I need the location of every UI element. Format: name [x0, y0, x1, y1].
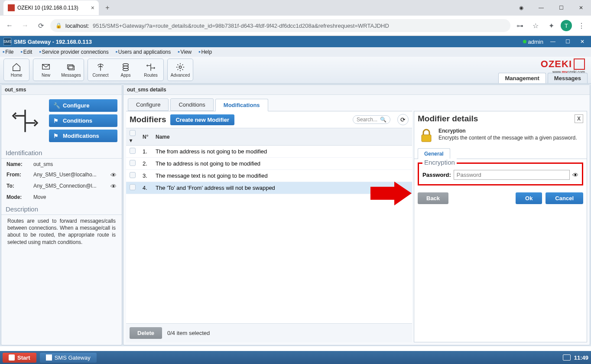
- password-input[interactable]: [454, 170, 570, 180]
- search-input[interactable]: Search... 🔍: [353, 115, 390, 124]
- create-modifier-button[interactable]: Create new Modifier: [170, 114, 234, 125]
- tab-modifications[interactable]: Modifications: [215, 99, 268, 111]
- left-panel: out_sms 🔧Configure ⚑Conditions ⚑Modifica…: [1, 84, 122, 345]
- browser-toolbar: ← → ⟳ 🔒 localhost:9515/SMS+Gateway/?a=ro…: [0, 16, 591, 36]
- logo: OZEKI www.myozeki.com: [541, 58, 588, 74]
- description-text: Routes are used to forward messages/call…: [1, 215, 122, 248]
- ok-button[interactable]: Ok: [516, 192, 542, 204]
- menu-icon[interactable]: ⋮: [575, 20, 588, 32]
- app-icon: SMS: [3, 38, 11, 46]
- tab-configure[interactable]: Configure: [128, 98, 169, 111]
- star-icon[interactable]: ☆: [529, 20, 542, 32]
- conditions-button[interactable]: ⚑Conditions: [49, 114, 117, 127]
- eye-icon[interactable]: 👁: [106, 170, 121, 180]
- tab-conditions[interactable]: Conditions: [170, 98, 213, 111]
- right-panel: out_sms details Configure Conditions Mod…: [123, 84, 590, 345]
- table-row[interactable]: 1.The from address is not going to be mo…: [126, 146, 412, 158]
- cancel-button[interactable]: Cancel: [546, 192, 583, 204]
- routes-button[interactable]: Routes: [139, 60, 162, 80]
- password-label: Password:: [422, 172, 451, 178]
- toolbar: Home New Messages Connect Apps Routes Ad…: [0, 57, 591, 84]
- row-checkbox[interactable]: [130, 172, 136, 178]
- tab-management[interactable]: Management: [498, 73, 546, 83]
- configure-button[interactable]: 🔧Configure: [49, 99, 117, 112]
- identification-heading: Identification: [1, 146, 122, 159]
- favicon-icon: [8, 4, 15, 11]
- messages-button[interactable]: Messages: [59, 60, 83, 80]
- tab-close-icon[interactable]: ×: [91, 4, 94, 11]
- user-name[interactable]: admin: [528, 39, 543, 45]
- menubar: File Edit Service provider connections U…: [0, 47, 591, 57]
- lock-icon: [419, 128, 434, 143]
- reload-button[interactable]: ⟳: [35, 20, 47, 32]
- connect-button[interactable]: Connect: [89, 60, 112, 80]
- eye-icon[interactable]: 👁: [106, 181, 121, 192]
- svg-rect-5: [422, 135, 431, 142]
- status-dot-icon: [523, 40, 526, 43]
- main-area: out_sms 🔧Configure ⚑Conditions ⚑Modifica…: [0, 84, 591, 346]
- tab-messages[interactable]: Messages: [548, 73, 588, 83]
- identification-table: Name:out_sms From:Any_SMS_User@localho..…: [1, 159, 122, 203]
- new-tab-button[interactable]: +: [101, 2, 114, 14]
- modifiers-heading: Modifiers: [130, 115, 166, 124]
- start-button[interactable]: Start: [3, 353, 36, 363]
- menu-service-provider[interactable]: Service provider connections: [39, 49, 108, 55]
- app-maximize-button[interactable]: ☐: [562, 38, 573, 46]
- selection-count: 0/4 item selected: [167, 330, 210, 336]
- modifier-detail-pane: Modifier details X Encryption Encrypts t…: [414, 111, 587, 342]
- home-button[interactable]: Home: [5, 60, 28, 80]
- refresh-button[interactable]: ⟳: [397, 114, 409, 125]
- minimize-button[interactable]: —: [531, 1, 551, 15]
- app-close-button[interactable]: ✕: [577, 38, 588, 46]
- key-icon[interactable]: ⊶: [514, 20, 526, 32]
- show-password-icon[interactable]: 👁: [572, 172, 578, 179]
- modifier-list-pane: Modifiers Create new Modifier Search... …: [126, 111, 412, 342]
- app-minimize-button[interactable]: —: [548, 38, 558, 46]
- menu-view[interactable]: View: [178, 49, 192, 55]
- lock-icon: 🔒: [55, 23, 62, 29]
- svg-point-4: [179, 66, 182, 68]
- top-tabs: Management Messages: [497, 73, 588, 83]
- address-bar[interactable]: 🔒 localhost:9515/SMS+Gateway/?a=route_de…: [50, 19, 510, 32]
- left-panel-title: out_sms: [1, 85, 122, 95]
- table-row[interactable]: 3.The message text is not going to be mo…: [126, 170, 412, 182]
- app-header: SMS SMS Gateway - 192.168.0.113 admin — …: [0, 36, 591, 47]
- profile-avatar[interactable]: T: [561, 20, 572, 31]
- new-button[interactable]: New: [34, 60, 58, 80]
- browser-tab[interactable]: OZEKI 10 (192.168.0.113) ×: [3, 0, 99, 15]
- delete-button[interactable]: Delete: [130, 327, 162, 339]
- detail-title: Modifier details: [418, 114, 478, 124]
- table-row[interactable]: 2.The to address is not going to be modi…: [126, 158, 412, 170]
- close-window-button[interactable]: ✕: [571, 1, 591, 15]
- back-button[interactable]: ←: [3, 20, 16, 32]
- url-host: localhost:: [65, 23, 89, 29]
- keyboard-icon[interactable]: [563, 354, 571, 361]
- maximize-button[interactable]: ☐: [551, 1, 571, 15]
- apps-button[interactable]: Apps: [114, 60, 137, 80]
- forward-button[interactable]: →: [19, 20, 31, 32]
- modifications-button[interactable]: ⚑Modifications: [49, 130, 117, 142]
- browser-chrome: OZEKI 10 (192.168.0.113) × + ◉ — ☐ ✕ ← →…: [0, 0, 591, 36]
- menu-file[interactable]: File: [3, 49, 14, 55]
- browser-titlebar: OZEKI 10 (192.168.0.113) × + ◉ — ☐ ✕: [0, 0, 591, 16]
- taskbar: Start SMS Gateway 11:49: [0, 351, 591, 364]
- window-controls: ◉ — ☐ ✕: [511, 1, 591, 15]
- row-checkbox[interactable]: [130, 184, 136, 190]
- select-all-checkbox[interactable]: [130, 130, 136, 136]
- menu-edit[interactable]: Edit: [21, 49, 32, 55]
- menu-help[interactable]: Help: [198, 49, 212, 55]
- menu-users[interactable]: Users and applications: [116, 49, 171, 55]
- row-checkbox[interactable]: [130, 160, 136, 166]
- advanced-button[interactable]: Advanced: [169, 60, 192, 80]
- taskbar-app-button[interactable]: SMS Gateway: [40, 353, 97, 363]
- sub-tab-general[interactable]: General: [418, 148, 450, 159]
- modifier-table: ▾ N° Name 1.The from address is not goin…: [126, 128, 412, 194]
- row-checkbox[interactable]: [130, 148, 136, 154]
- detail-name: Encryption: [438, 128, 466, 134]
- extensions-icon[interactable]: ✦: [545, 20, 557, 32]
- back-button[interactable]: Back: [418, 192, 448, 204]
- close-detail-button[interactable]: X: [575, 114, 583, 123]
- detail-tabs: Configure Conditions Modifications: [128, 98, 585, 111]
- detail-desc: Encrypts the content of the message with…: [438, 135, 577, 141]
- table-row[interactable]: 4.The 'To' and 'From' address will not b…: [126, 182, 412, 194]
